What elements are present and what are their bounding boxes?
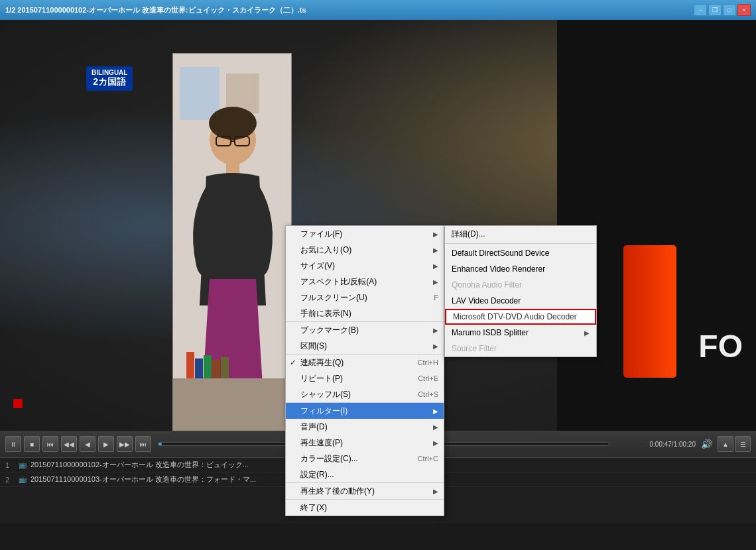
menu-item-continuous[interactable]: 連続再生(Q)Ctrl+H	[286, 355, 444, 370]
menu-item-favorites[interactable]: お気に入り(O)▶	[286, 242, 444, 258]
playlist-media-icon: 📺	[19, 461, 27, 468]
menu-item-label: 再生終了後の動作(Y)	[291, 486, 375, 497]
menu-item-exit[interactable]: 終了(X)	[286, 500, 444, 516]
menu-item-aspect[interactable]: アスペクト比/反転(A)▶	[286, 274, 444, 290]
svg-rect-13	[212, 360, 220, 378]
menu-item-arrow: ▶	[433, 262, 438, 270]
pause-button[interactable]: ⏸	[5, 436, 21, 452]
menu-item-interval[interactable]: 区間(S)▶	[286, 338, 444, 354]
minimize-button[interactable]: －	[694, 4, 707, 16]
menu-item-label: お気に入り(O)	[291, 245, 351, 256]
person-svg	[173, 54, 292, 431]
volume-icon[interactable]: 🔊	[701, 439, 712, 449]
submenu-item-label: LAV Video Decoder	[452, 296, 521, 305]
playlist-row-num: 1	[5, 461, 15, 469]
svg-rect-14	[221, 357, 229, 378]
close-button[interactable]: ×	[737, 4, 751, 16]
submenu-item-evr[interactable]: Enhanced Video Renderer	[445, 261, 596, 277]
svg-point-4	[209, 107, 257, 140]
submenu-item-label: Enhanced Video Renderer	[452, 264, 545, 274]
menu-item-arrow: ▶	[433, 327, 438, 334]
skip-back-button[interactable]: ◀	[80, 436, 95, 452]
menu-item-label: 終了(X)	[291, 502, 327, 514]
fox-brand-text: FO	[698, 328, 743, 364]
submenu-item-lav[interactable]: LAV Video Decoder	[445, 293, 596, 309]
menu-item-color[interactable]: カラー設定(C)...Ctrl+C	[286, 451, 444, 467]
menu-item-label: ファイル(F)	[291, 229, 342, 240]
menu-item-label: サイズ(V)	[291, 260, 335, 272]
menu-item-arrow: ▶	[433, 408, 438, 415]
menu-item-shortcut: F	[420, 294, 438, 302]
playlist-media-icon: 📺	[19, 476, 27, 483]
submenu-item-label: Qonoha Audio Filter	[452, 280, 522, 290]
progress-fill	[158, 443, 162, 445]
submenu-item-detail[interactable]: 詳細(D)...	[445, 226, 596, 242]
menu-item-arrow: ▶	[433, 343, 438, 350]
prev-button[interactable]: ⏮	[42, 436, 58, 452]
menu-item-arrow: ▶	[433, 488, 438, 495]
menu-item-label: ブックマーク(B)	[291, 325, 359, 336]
context-menu: ファイル(F)▶お気に入り(O)▶サイズ(V)▶アスペクト比/反転(A)▶フルス…	[285, 225, 444, 516]
menu-item-shortcut: Ctrl+H	[405, 358, 438, 366]
layout-btn-1[interactable]: ▲	[718, 436, 733, 452]
submenu-item-arrow: ▶	[584, 329, 590, 337]
maximize-button[interactable]: □	[723, 4, 736, 16]
menu-item-audio[interactable]: 音声(D)▶	[286, 419, 444, 435]
menu-item-label: 区間(S)	[291, 341, 327, 352]
submenu-item-label: Marumo ISDB Splitter	[452, 328, 529, 337]
submenu-separator	[445, 243, 596, 244]
restore-button[interactable]: ❐	[708, 4, 722, 16]
menu-item-label: アスペクト比/反転(A)	[291, 276, 377, 288]
menu-item-size[interactable]: サイズ(V)▶	[286, 258, 444, 274]
menu-item-filter[interactable]: フィルター(I)▶	[286, 403, 444, 419]
playlist-row-num: 2	[5, 476, 15, 484]
submenu-item-microsoft[interactable]: Microsoft DTV-DVD Audio Decoder	[445, 309, 596, 325]
rewind-button[interactable]: ◀◀	[61, 436, 77, 452]
menu-item-settings[interactable]: 設定(R)...	[286, 467, 444, 482]
submenu-item-label: Microsoft DTV-DVD Audio Decoder	[453, 312, 577, 321]
submenu-item-label: Default DirectSound Device	[452, 248, 549, 258]
menu-item-topmost[interactable]: 手前に表示(N)	[286, 305, 444, 321]
time-display: 0:00:47/1:00:20	[616, 441, 696, 448]
menu-item-label: 手前に表示(N)	[291, 308, 351, 319]
menu-item-shortcut: Ctrl+E	[405, 374, 438, 382]
menu-item-arrow: ▶	[433, 439, 438, 447]
menu-item-shuffle[interactable]: シャッフル(S)Ctrl+S	[286, 386, 444, 402]
svg-rect-12	[204, 355, 212, 378]
menu-item-label: リピート(P)	[291, 373, 343, 384]
menu-item-label: カラー設定(C)...	[291, 453, 358, 465]
menu-item-label: フィルター(I)	[291, 406, 347, 417]
menu-item-bookmark[interactable]: ブックマーク(B)▶	[286, 322, 444, 338]
next-button[interactable]: ⏭	[135, 436, 151, 452]
submenu-item-marumo[interactable]: Marumo ISDB Splitter▶	[445, 325, 596, 341]
bilingual-label: BILINGUAL	[92, 69, 127, 76]
menu-item-arrow: ▶	[433, 278, 438, 286]
menu-item-shortcut: Ctrl+C	[405, 455, 438, 463]
menu-item-repeat[interactable]: リピート(P)Ctrl+E	[286, 370, 444, 386]
svg-rect-1	[180, 67, 220, 120]
stop-indicator	[13, 399, 23, 408]
menu-item-afterplay[interactable]: 再生終了後の動作(Y)▶	[286, 483, 444, 499]
layout-buttons: ▲ ☰	[718, 436, 751, 452]
window-title: 1/2 20150711000000102-オーバーホール 改造車の世界:ビュイ…	[5, 5, 306, 15]
skip-forward-button[interactable]: ▶	[98, 436, 114, 452]
menu-item-playspeed[interactable]: 再生速度(P)▶	[286, 435, 444, 451]
stop-button[interactable]: ■	[24, 436, 40, 452]
menu-item-label: 再生速度(P)	[291, 437, 343, 449]
menu-item-arrow: ▶	[433, 423, 438, 431]
fast-forward-button[interactable]: ▶▶	[117, 436, 133, 452]
layout-btn-2[interactable]: ☰	[735, 436, 751, 452]
window-controls: － ❐ □ ×	[694, 4, 751, 16]
menu-item-arrow: ▶	[433, 247, 438, 254]
submenu-item-label: Source Filter	[452, 344, 497, 353]
menu-item-label: 音声(D)	[291, 421, 328, 433]
center-video-frame	[172, 53, 292, 431]
menu-item-label: シャッフル(S)	[291, 389, 351, 400]
svg-rect-9	[173, 378, 292, 431]
menu-item-fullscreen[interactable]: フルスクリーン(U)F	[286, 290, 444, 305]
submenu-item-directsound[interactable]: Default DirectSound Device	[445, 245, 596, 261]
svg-rect-10	[186, 352, 194, 378]
menu-item-label: 設定(R)...	[291, 469, 334, 480]
menu-item-file[interactable]: ファイル(F)▶	[286, 226, 444, 242]
title-bar: 1/2 20150711000000102-オーバーホール 改造車の世界:ビュイ…	[0, 0, 756, 20]
